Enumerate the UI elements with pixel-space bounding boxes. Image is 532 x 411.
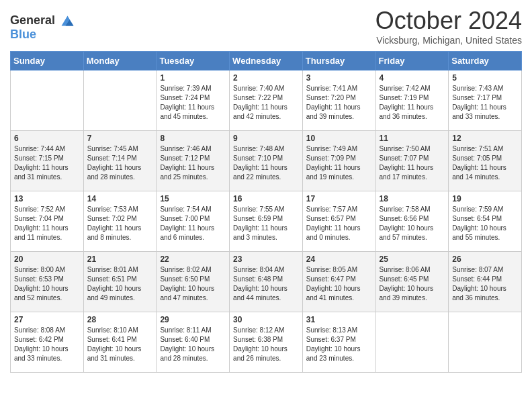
day-number: 12	[452, 134, 518, 143]
location: Vicksburg, Michigan, United States	[375, 35, 522, 46]
day-cell: 9Sunrise: 7:48 AMSunset: 7:10 PMDaylight…	[230, 131, 303, 191]
day-cell: 18Sunrise: 7:58 AMSunset: 6:56 PMDayligh…	[375, 191, 449, 252]
week-row-4: 20Sunrise: 8:00 AMSunset: 6:53 PMDayligh…	[11, 252, 522, 312]
day-number: 2	[233, 73, 299, 83]
day-number: 6	[14, 134, 80, 143]
day-info: Sunrise: 8:13 AMSunset: 6:37 PMDaylight:…	[306, 326, 372, 363]
day-cell: 5Sunrise: 7:43 AMSunset: 7:17 PMDaylight…	[449, 71, 522, 131]
day-info: Sunrise: 8:07 AMSunset: 6:44 PMDaylight:…	[452, 265, 518, 303]
day-header-saturday: Saturday	[449, 52, 522, 71]
logo-text: General	[10, 14, 55, 28]
day-info: Sunrise: 7:57 AMSunset: 6:57 PMDaylight:…	[306, 205, 372, 242]
day-info: Sunrise: 7:54 AMSunset: 7:00 PMDaylight:…	[160, 205, 226, 242]
day-cell	[83, 71, 157, 131]
day-number: 15	[160, 194, 226, 203]
day-info: Sunrise: 7:53 AMSunset: 7:02 PMDaylight:…	[87, 205, 153, 242]
day-cell: 28Sunrise: 8:10 AMSunset: 6:41 PMDayligh…	[83, 312, 157, 373]
day-info: Sunrise: 7:44 AMSunset: 7:15 PMDaylight:…	[14, 144, 80, 182]
day-header-wednesday: Wednesday	[230, 52, 303, 71]
day-info: Sunrise: 7:39 AMSunset: 7:24 PMDaylight:…	[160, 84, 226, 122]
day-cell: 16Sunrise: 7:55 AMSunset: 6:59 PMDayligh…	[230, 191, 303, 252]
day-header-monday: Monday	[83, 52, 157, 71]
day-info: Sunrise: 8:12 AMSunset: 6:38 PMDaylight:…	[233, 326, 299, 363]
day-cell	[11, 71, 84, 131]
day-number: 16	[233, 194, 299, 203]
day-info: Sunrise: 8:00 AMSunset: 6:53 PMDaylight:…	[14, 265, 80, 303]
day-info: Sunrise: 7:42 AMSunset: 7:19 PMDaylight:…	[380, 84, 445, 122]
day-number: 14	[87, 194, 153, 203]
day-info: Sunrise: 7:49 AMSunset: 7:09 PMDaylight:…	[306, 144, 372, 182]
day-cell: 12Sunrise: 7:51 AMSunset: 7:05 PMDayligh…	[449, 131, 522, 191]
day-info: Sunrise: 7:43 AMSunset: 7:17 PMDaylight:…	[452, 84, 518, 122]
calendar-header-row: SundayMondayTuesdayWednesdayThursdayFrid…	[11, 52, 522, 71]
header: General Blue October 2024 Vicksburg, Mic…	[10, 7, 522, 46]
day-info: Sunrise: 7:48 AMSunset: 7:10 PMDaylight:…	[233, 144, 299, 182]
day-number: 13	[14, 194, 80, 203]
day-cell: 6Sunrise: 7:44 AMSunset: 7:15 PMDaylight…	[11, 131, 84, 191]
day-number: 17	[306, 194, 372, 203]
day-number: 1	[160, 73, 226, 83]
day-number: 30	[233, 315, 299, 324]
day-header-tuesday: Tuesday	[157, 52, 230, 71]
day-info: Sunrise: 8:08 AMSunset: 6:42 PMDaylight:…	[14, 326, 80, 363]
day-cell: 21Sunrise: 8:01 AMSunset: 6:51 PMDayligh…	[83, 252, 157, 312]
day-number: 24	[306, 255, 372, 264]
week-row-1: 1Sunrise: 7:39 AMSunset: 7:24 PMDaylight…	[11, 71, 522, 131]
day-number: 31	[306, 315, 372, 324]
logo-text-blue: Blue	[10, 28, 36, 42]
day-info: Sunrise: 8:11 AMSunset: 6:40 PMDaylight:…	[160, 326, 226, 363]
day-number: 3	[306, 73, 372, 83]
week-row-2: 6Sunrise: 7:44 AMSunset: 7:15 PMDaylight…	[11, 131, 522, 191]
day-cell: 30Sunrise: 8:12 AMSunset: 6:38 PMDayligh…	[230, 312, 303, 373]
day-cell: 15Sunrise: 7:54 AMSunset: 7:00 PMDayligh…	[157, 191, 230, 252]
day-info: Sunrise: 8:02 AMSunset: 6:50 PMDaylight:…	[160, 265, 226, 303]
day-number: 9	[233, 134, 299, 143]
day-number: 22	[160, 255, 226, 264]
day-cell: 13Sunrise: 7:52 AMSunset: 7:04 PMDayligh…	[11, 191, 84, 252]
day-number: 11	[380, 134, 445, 143]
day-info: Sunrise: 8:05 AMSunset: 6:47 PMDaylight:…	[306, 265, 372, 303]
day-number: 28	[87, 315, 153, 324]
day-info: Sunrise: 8:06 AMSunset: 6:45 PMDaylight:…	[380, 265, 445, 303]
day-info: Sunrise: 7:40 AMSunset: 7:22 PMDaylight:…	[233, 84, 299, 122]
day-number: 8	[160, 134, 226, 143]
day-info: Sunrise: 8:01 AMSunset: 6:51 PMDaylight:…	[87, 265, 153, 303]
day-info: Sunrise: 7:59 AMSunset: 6:54 PMDaylight:…	[452, 205, 518, 242]
day-cell: 11Sunrise: 7:50 AMSunset: 7:07 PMDayligh…	[375, 131, 449, 191]
day-cell: 23Sunrise: 8:04 AMSunset: 6:48 PMDayligh…	[230, 252, 303, 312]
day-info: Sunrise: 7:41 AMSunset: 7:20 PMDaylight:…	[306, 84, 372, 122]
day-cell: 24Sunrise: 8:05 AMSunset: 6:47 PMDayligh…	[302, 252, 375, 312]
day-cell: 2Sunrise: 7:40 AMSunset: 7:22 PMDaylight…	[230, 71, 303, 131]
day-info: Sunrise: 7:50 AMSunset: 7:07 PMDaylight:…	[380, 144, 445, 182]
day-info: Sunrise: 7:52 AMSunset: 7:04 PMDaylight:…	[14, 205, 80, 242]
day-cell: 7Sunrise: 7:45 AMSunset: 7:14 PMDaylight…	[83, 131, 157, 191]
day-number: 7	[87, 134, 153, 143]
day-info: Sunrise: 8:04 AMSunset: 6:48 PMDaylight:…	[233, 265, 299, 303]
day-number: 19	[452, 194, 518, 203]
day-info: Sunrise: 7:51 AMSunset: 7:05 PMDaylight:…	[452, 144, 518, 182]
day-number: 4	[380, 73, 445, 83]
day-number: 10	[306, 134, 372, 143]
day-info: Sunrise: 8:10 AMSunset: 6:41 PMDaylight:…	[87, 326, 153, 363]
day-header-sunday: Sunday	[11, 52, 84, 71]
day-cell: 17Sunrise: 7:57 AMSunset: 6:57 PMDayligh…	[302, 191, 375, 252]
day-cell: 1Sunrise: 7:39 AMSunset: 7:24 PMDaylight…	[157, 71, 230, 131]
day-cell: 25Sunrise: 8:06 AMSunset: 6:45 PMDayligh…	[375, 252, 449, 312]
day-number: 20	[14, 255, 80, 264]
day-cell: 8Sunrise: 7:46 AMSunset: 7:12 PMDaylight…	[157, 131, 230, 191]
day-cell	[449, 312, 522, 373]
day-cell: 29Sunrise: 8:11 AMSunset: 6:40 PMDayligh…	[157, 312, 230, 373]
logo: General Blue	[10, 7, 77, 42]
week-row-3: 13Sunrise: 7:52 AMSunset: 7:04 PMDayligh…	[11, 191, 522, 252]
day-number: 5	[452, 73, 518, 83]
day-cell: 4Sunrise: 7:42 AMSunset: 7:19 PMDaylight…	[375, 71, 449, 131]
day-header-thursday: Thursday	[302, 52, 375, 71]
day-cell	[375, 312, 449, 373]
day-cell: 26Sunrise: 8:07 AMSunset: 6:44 PMDayligh…	[449, 252, 522, 312]
day-cell: 19Sunrise: 7:59 AMSunset: 6:54 PMDayligh…	[449, 191, 522, 252]
day-cell: 22Sunrise: 8:02 AMSunset: 6:50 PMDayligh…	[157, 252, 230, 312]
logo-icon	[56, 11, 77, 31]
day-number: 26	[452, 255, 518, 264]
month-title: October 2024	[375, 7, 522, 35]
day-number: 18	[380, 194, 445, 203]
